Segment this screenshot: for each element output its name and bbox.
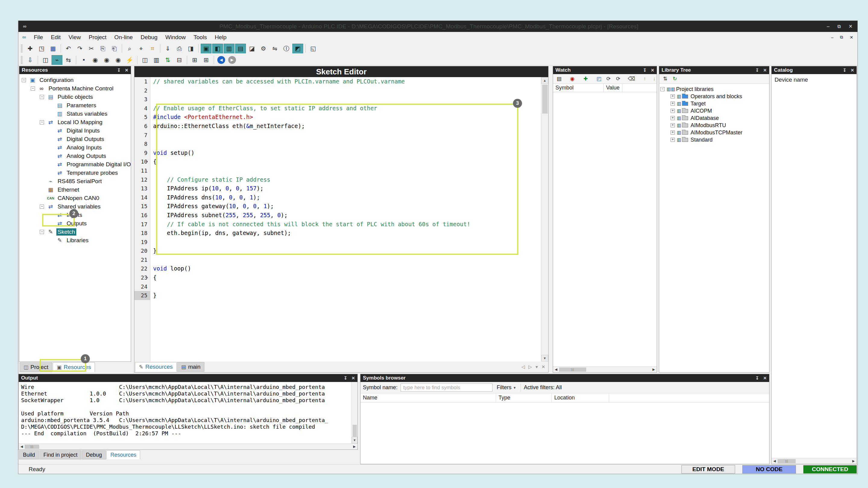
code-line[interactable]: 25} bbox=[134, 291, 541, 300]
library-item-operators-and-blocks[interactable]: +▥Operators and blocks bbox=[660, 93, 768, 100]
tab-main[interactable]: ▤main bbox=[177, 362, 204, 372]
target-window-button[interactable]: ◫ bbox=[140, 55, 150, 65]
code-area[interactable]: 1// shared variables can be accessed wit… bbox=[134, 77, 541, 361]
library-item-target[interactable]: +▥Target bbox=[660, 100, 768, 107]
save-watch-button[interactable]: ◰ bbox=[594, 75, 603, 83]
output-tab-resources[interactable]: Resources bbox=[106, 450, 140, 459]
menu-help[interactable]: Help bbox=[211, 32, 230, 42]
cut-button[interactable]: ✂ bbox=[86, 44, 97, 53]
menu-project[interactable]: Project bbox=[85, 32, 110, 42]
scroll-left-icon[interactable]: ◀ bbox=[553, 367, 559, 371]
navigate-forward-button[interactable]: ▶ bbox=[228, 56, 236, 64]
find-next-button[interactable]: ⌖ bbox=[135, 44, 147, 53]
code-line[interactable]: 24 bbox=[134, 282, 541, 291]
import-watch-button[interactable]: ⟳ bbox=[604, 75, 613, 83]
oscilloscope-toggle[interactable]: ◪ bbox=[247, 44, 257, 53]
scroll-left-icon[interactable]: ◀ bbox=[19, 445, 25, 449]
code-line[interactable]: 14 IPAddress dns(10, 0, 0, 1); bbox=[134, 193, 541, 202]
symbol-search-input[interactable] bbox=[401, 384, 493, 392]
menu-debug[interactable]: Debug bbox=[137, 32, 161, 42]
code-line[interactable]: 4// Enable usage of EtherClass, to set s… bbox=[134, 104, 541, 113]
code-line[interactable]: 13 IPAddress ip(10, 0, 0, 157); bbox=[134, 184, 541, 193]
watch-window-toggle[interactable]: ▤ bbox=[235, 44, 246, 53]
print-button[interactable]: ⎙ bbox=[174, 44, 185, 53]
code-line[interactable]: 12 // Configure static IP address bbox=[134, 175, 541, 184]
watch-hscrollbar[interactable]: ◀ ||| ▶ bbox=[553, 366, 657, 372]
code-line[interactable]: 19 bbox=[134, 238, 541, 247]
compile-download-button[interactable]: ⇩ bbox=[25, 55, 36, 65]
library-item-aidatabase[interactable]: +▥AIDatabase bbox=[660, 115, 768, 122]
tree-item-analog-outputs[interactable]: ⇄Analog Outputs bbox=[20, 152, 130, 160]
add-symbol-button[interactable]: ✚ bbox=[581, 75, 590, 83]
paste-button[interactable]: ⎗ bbox=[109, 44, 120, 53]
code-line[interactable]: 22void loop() bbox=[134, 264, 541, 273]
print-preview-button[interactable]: ◨ bbox=[185, 44, 196, 53]
tree-item-digital-inputs[interactable]: ⇄Digital Inputs bbox=[20, 127, 130, 135]
toolbar-grip[interactable] bbox=[21, 56, 23, 64]
code-line[interactable]: 6arduino::EthernetClass eth(&m_netInterf… bbox=[134, 122, 541, 131]
code-line[interactable]: 2 bbox=[134, 86, 541, 95]
expander-icon[interactable]: + bbox=[671, 138, 675, 142]
expander-icon[interactable]: − bbox=[31, 87, 35, 91]
tab-menu-icon[interactable]: ▾ bbox=[535, 364, 538, 369]
tab-next-icon[interactable]: ▷ bbox=[528, 364, 532, 369]
expander-icon[interactable]: + bbox=[671, 94, 675, 98]
watch-body[interactable] bbox=[553, 92, 657, 366]
library-item-aimodbustcpmaster[interactable]: +▥AIModbusTCPMaster bbox=[660, 129, 768, 136]
symbols-column-location[interactable]: Location bbox=[552, 393, 609, 402]
code-line[interactable]: 17 // If cable is not connected this wil… bbox=[134, 220, 541, 229]
restore-icon[interactable]: ⧉ bbox=[837, 24, 841, 29]
expander-icon[interactable]: − bbox=[22, 78, 26, 82]
tree-item-canopen-can0[interactable]: CANCANopen CAN0 bbox=[20, 194, 130, 202]
code-line[interactable]: 15 IPAddress gateway(10, 0, 0, 1); bbox=[134, 202, 541, 211]
properties-window-toggle[interactable]: ◧ bbox=[212, 44, 223, 53]
symbols-browser-toggle[interactable]: ◩ bbox=[292, 44, 303, 53]
menu-window[interactable]: Window bbox=[161, 32, 190, 42]
menu-file[interactable]: File bbox=[30, 32, 47, 42]
grid-remove-button[interactable]: ⊞ bbox=[201, 55, 212, 65]
record-button[interactable]: ◉ bbox=[568, 75, 577, 83]
library-item-aimodbusrtu[interactable]: +▥AIModbusRTU bbox=[660, 122, 768, 129]
expander-icon[interactable]: + bbox=[671, 116, 675, 120]
tree-item-portenta-machine-control[interactable]: −∞Portenta Machine Control bbox=[20, 84, 130, 93]
scroll-down-icon[interactable]: ▼ bbox=[352, 437, 358, 444]
expander-icon[interactable]: − bbox=[40, 230, 44, 234]
catalog-hscrollbar[interactable]: ◀ ||| ▶ bbox=[772, 458, 857, 464]
library-root-item[interactable]: −▥▥Project libraries bbox=[660, 86, 768, 93]
watch-column-symbol[interactable]: Symbol bbox=[553, 84, 604, 92]
output-tab-build[interactable]: Build bbox=[19, 450, 39, 459]
scroll-right-icon[interactable]: ▶ bbox=[351, 445, 358, 449]
clear-watch-button[interactable]: ⌫ bbox=[627, 75, 636, 83]
refresh-libraries-button[interactable]: ↻ bbox=[670, 75, 679, 83]
output-tab-debug[interactable]: Debug bbox=[82, 450, 106, 459]
expander-icon[interactable]: + bbox=[671, 101, 675, 106]
expander-icon[interactable]: − bbox=[660, 87, 664, 91]
expander-icon[interactable]: − bbox=[40, 204, 44, 209]
mdi-close-icon[interactable]: ✕ bbox=[849, 35, 853, 40]
close-icon[interactable]: ✕ bbox=[763, 376, 767, 381]
info-window-toggle[interactable]: Ⓘ bbox=[281, 44, 292, 53]
pin-icon[interactable]: ↧ bbox=[117, 68, 121, 73]
expander-icon[interactable]: + bbox=[671, 130, 675, 135]
code-line[interactable]: 11 bbox=[134, 166, 541, 175]
open-button[interactable]: ◳ bbox=[36, 44, 47, 53]
tab-resources[interactable]: ▣Resources bbox=[53, 362, 95, 372]
move-up-button[interactable]: ↑ bbox=[640, 75, 649, 83]
copy-button[interactable]: ⎘ bbox=[97, 44, 108, 53]
output-tab-find-in-project[interactable]: Find in project bbox=[39, 450, 82, 459]
scroll-right-icon[interactable]: ▶ bbox=[651, 367, 657, 371]
tab-prev-icon[interactable]: ◁ bbox=[521, 364, 525, 369]
sort-libraries-button[interactable]: ⇅ bbox=[661, 75, 670, 83]
code-line[interactable]: 21 bbox=[134, 255, 541, 264]
close-icon[interactable]: ✕ bbox=[850, 68, 854, 73]
expander-icon[interactable]: + bbox=[671, 109, 675, 113]
scroll-thumb[interactable]: ||| bbox=[25, 445, 39, 449]
tree-item-temperature-probes[interactable]: ⇄Temperature probes bbox=[20, 169, 130, 177]
code-line[interactable]: 7 bbox=[134, 131, 541, 140]
watch-column-value[interactable]: Value bbox=[604, 84, 622, 92]
pin-icon[interactable]: ↧ bbox=[344, 376, 347, 381]
output-hscrollbar[interactable]: ◀ ||| ▶ bbox=[19, 444, 358, 450]
tree-item-rs485-serialport[interactable]: ⌁RS485 SerialPort bbox=[20, 177, 130, 186]
tree-item-parameters[interactable]: ▤Parameters bbox=[20, 101, 130, 110]
stop-button[interactable]: ▪ bbox=[79, 55, 89, 65]
